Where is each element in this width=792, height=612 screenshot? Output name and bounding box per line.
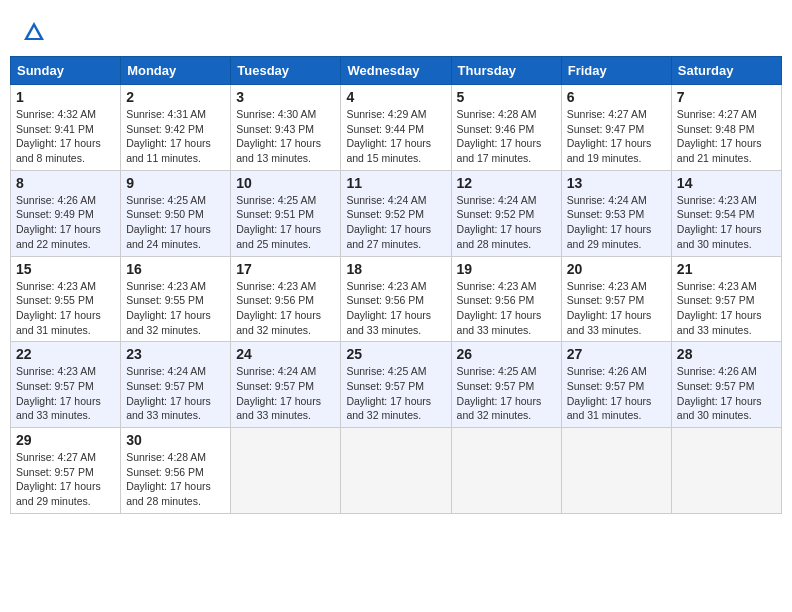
calendar-cell: 8 Sunrise: 4:26 AMSunset: 9:49 PMDayligh… [11, 170, 121, 256]
calendar-cell: 9 Sunrise: 4:25 AMSunset: 9:50 PMDayligh… [121, 170, 231, 256]
day-info: Sunrise: 4:27 AMSunset: 9:57 PMDaylight:… [16, 450, 115, 509]
calendar-cell: 17 Sunrise: 4:23 AMSunset: 9:56 PMDaylig… [231, 256, 341, 342]
day-info: Sunrise: 4:23 AMSunset: 9:55 PMDaylight:… [126, 279, 225, 338]
day-info: Sunrise: 4:26 AMSunset: 9:49 PMDaylight:… [16, 193, 115, 252]
day-number: 29 [16, 432, 115, 448]
weekday-header-tuesday: Tuesday [231, 57, 341, 85]
weekday-header-wednesday: Wednesday [341, 57, 451, 85]
weekday-header-sunday: Sunday [11, 57, 121, 85]
day-number: 22 [16, 346, 115, 362]
calendar-cell: 25 Sunrise: 4:25 AMSunset: 9:57 PMDaylig… [341, 342, 451, 428]
day-info: Sunrise: 4:27 AMSunset: 9:47 PMDaylight:… [567, 107, 666, 166]
calendar-cell: 19 Sunrise: 4:23 AMSunset: 9:56 PMDaylig… [451, 256, 561, 342]
calendar-cell: 20 Sunrise: 4:23 AMSunset: 9:57 PMDaylig… [561, 256, 671, 342]
day-number: 25 [346, 346, 445, 362]
day-info: Sunrise: 4:23 AMSunset: 9:57 PMDaylight:… [16, 364, 115, 423]
day-info: Sunrise: 4:24 AMSunset: 9:57 PMDaylight:… [126, 364, 225, 423]
day-number: 21 [677, 261, 776, 277]
day-info: Sunrise: 4:24 AMSunset: 9:53 PMDaylight:… [567, 193, 666, 252]
weekday-header-row: SundayMondayTuesdayWednesdayThursdayFrid… [11, 57, 782, 85]
day-info: Sunrise: 4:26 AMSunset: 9:57 PMDaylight:… [677, 364, 776, 423]
calendar-cell [561, 428, 671, 514]
day-info: Sunrise: 4:23 AMSunset: 9:54 PMDaylight:… [677, 193, 776, 252]
day-number: 24 [236, 346, 335, 362]
day-info: Sunrise: 4:25 AMSunset: 9:57 PMDaylight:… [457, 364, 556, 423]
page-header [10, 10, 782, 50]
calendar-cell [341, 428, 451, 514]
weekday-header-friday: Friday [561, 57, 671, 85]
day-info: Sunrise: 4:31 AMSunset: 9:42 PMDaylight:… [126, 107, 225, 166]
day-number: 11 [346, 175, 445, 191]
day-info: Sunrise: 4:27 AMSunset: 9:48 PMDaylight:… [677, 107, 776, 166]
day-number: 30 [126, 432, 225, 448]
calendar-cell: 28 Sunrise: 4:26 AMSunset: 9:57 PMDaylig… [671, 342, 781, 428]
weekday-header-monday: Monday [121, 57, 231, 85]
day-number: 27 [567, 346, 666, 362]
calendar-cell: 22 Sunrise: 4:23 AMSunset: 9:57 PMDaylig… [11, 342, 121, 428]
calendar-cell: 3 Sunrise: 4:30 AMSunset: 9:43 PMDayligh… [231, 85, 341, 171]
day-info: Sunrise: 4:25 AMSunset: 9:50 PMDaylight:… [126, 193, 225, 252]
day-number: 7 [677, 89, 776, 105]
day-number: 14 [677, 175, 776, 191]
day-info: Sunrise: 4:25 AMSunset: 9:51 PMDaylight:… [236, 193, 335, 252]
calendar-cell: 4 Sunrise: 4:29 AMSunset: 9:44 PMDayligh… [341, 85, 451, 171]
day-number: 4 [346, 89, 445, 105]
day-number: 1 [16, 89, 115, 105]
day-number: 8 [16, 175, 115, 191]
day-number: 23 [126, 346, 225, 362]
day-info: Sunrise: 4:24 AMSunset: 9:52 PMDaylight:… [457, 193, 556, 252]
calendar-week-1: 1 Sunrise: 4:32 AMSunset: 9:41 PMDayligh… [11, 85, 782, 171]
calendar-cell: 30 Sunrise: 4:28 AMSunset: 9:56 PMDaylig… [121, 428, 231, 514]
day-number: 20 [567, 261, 666, 277]
day-info: Sunrise: 4:28 AMSunset: 9:56 PMDaylight:… [126, 450, 225, 509]
calendar-cell: 16 Sunrise: 4:23 AMSunset: 9:55 PMDaylig… [121, 256, 231, 342]
day-info: Sunrise: 4:32 AMSunset: 9:41 PMDaylight:… [16, 107, 115, 166]
calendar-cell: 29 Sunrise: 4:27 AMSunset: 9:57 PMDaylig… [11, 428, 121, 514]
day-number: 26 [457, 346, 556, 362]
calendar-cell: 12 Sunrise: 4:24 AMSunset: 9:52 PMDaylig… [451, 170, 561, 256]
weekday-header-thursday: Thursday [451, 57, 561, 85]
calendar-cell: 18 Sunrise: 4:23 AMSunset: 9:56 PMDaylig… [341, 256, 451, 342]
calendar-cell: 24 Sunrise: 4:24 AMSunset: 9:57 PMDaylig… [231, 342, 341, 428]
calendar-cell: 10 Sunrise: 4:25 AMSunset: 9:51 PMDaylig… [231, 170, 341, 256]
calendar-cell: 2 Sunrise: 4:31 AMSunset: 9:42 PMDayligh… [121, 85, 231, 171]
day-info: Sunrise: 4:23 AMSunset: 9:55 PMDaylight:… [16, 279, 115, 338]
logo-icon [20, 18, 48, 46]
calendar-cell: 27 Sunrise: 4:26 AMSunset: 9:57 PMDaylig… [561, 342, 671, 428]
calendar-table: SundayMondayTuesdayWednesdayThursdayFrid… [10, 56, 782, 514]
calendar-cell: 15 Sunrise: 4:23 AMSunset: 9:55 PMDaylig… [11, 256, 121, 342]
day-info: Sunrise: 4:23 AMSunset: 9:56 PMDaylight:… [346, 279, 445, 338]
calendar-cell: 21 Sunrise: 4:23 AMSunset: 9:57 PMDaylig… [671, 256, 781, 342]
day-number: 9 [126, 175, 225, 191]
day-number: 18 [346, 261, 445, 277]
day-info: Sunrise: 4:25 AMSunset: 9:57 PMDaylight:… [346, 364, 445, 423]
day-info: Sunrise: 4:26 AMSunset: 9:57 PMDaylight:… [567, 364, 666, 423]
day-number: 15 [16, 261, 115, 277]
calendar-cell: 23 Sunrise: 4:24 AMSunset: 9:57 PMDaylig… [121, 342, 231, 428]
day-number: 19 [457, 261, 556, 277]
calendar-cell [451, 428, 561, 514]
day-number: 6 [567, 89, 666, 105]
day-info: Sunrise: 4:30 AMSunset: 9:43 PMDaylight:… [236, 107, 335, 166]
calendar-cell [671, 428, 781, 514]
calendar-week-4: 22 Sunrise: 4:23 AMSunset: 9:57 PMDaylig… [11, 342, 782, 428]
day-info: Sunrise: 4:23 AMSunset: 9:56 PMDaylight:… [236, 279, 335, 338]
day-info: Sunrise: 4:23 AMSunset: 9:57 PMDaylight:… [677, 279, 776, 338]
day-info: Sunrise: 4:24 AMSunset: 9:57 PMDaylight:… [236, 364, 335, 423]
calendar-week-5: 29 Sunrise: 4:27 AMSunset: 9:57 PMDaylig… [11, 428, 782, 514]
calendar-cell: 11 Sunrise: 4:24 AMSunset: 9:52 PMDaylig… [341, 170, 451, 256]
day-number: 5 [457, 89, 556, 105]
calendar-cell: 26 Sunrise: 4:25 AMSunset: 9:57 PMDaylig… [451, 342, 561, 428]
day-number: 28 [677, 346, 776, 362]
day-info: Sunrise: 4:29 AMSunset: 9:44 PMDaylight:… [346, 107, 445, 166]
day-number: 12 [457, 175, 556, 191]
calendar-cell: 1 Sunrise: 4:32 AMSunset: 9:41 PMDayligh… [11, 85, 121, 171]
calendar-cell: 13 Sunrise: 4:24 AMSunset: 9:53 PMDaylig… [561, 170, 671, 256]
calendar-cell: 6 Sunrise: 4:27 AMSunset: 9:47 PMDayligh… [561, 85, 671, 171]
day-info: Sunrise: 4:23 AMSunset: 9:57 PMDaylight:… [567, 279, 666, 338]
calendar-cell: 14 Sunrise: 4:23 AMSunset: 9:54 PMDaylig… [671, 170, 781, 256]
day-number: 13 [567, 175, 666, 191]
day-info: Sunrise: 4:28 AMSunset: 9:46 PMDaylight:… [457, 107, 556, 166]
weekday-header-saturday: Saturday [671, 57, 781, 85]
day-number: 16 [126, 261, 225, 277]
